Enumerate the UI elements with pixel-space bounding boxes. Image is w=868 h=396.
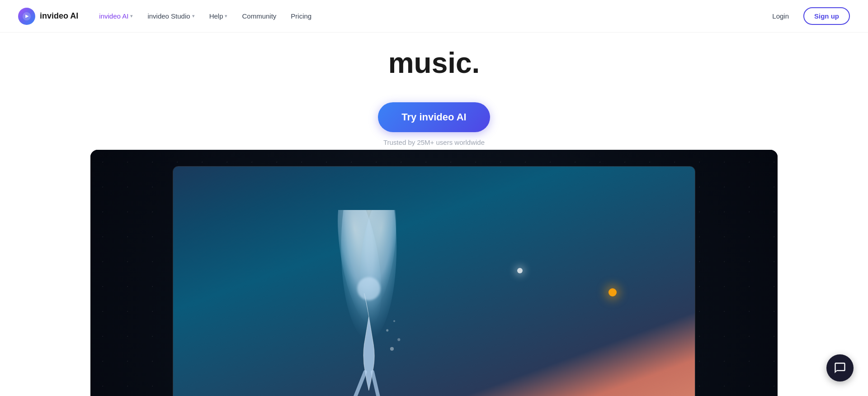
- nav-left: invideo AI invideo AI ▾ invideo Studio ▾…: [18, 8, 318, 25]
- video-wrapper[interactable]: [90, 150, 778, 396]
- nav-label-pricing: Pricing: [291, 12, 311, 20]
- chat-button[interactable]: [826, 354, 854, 382]
- nav-item-community[interactable]: Community: [236, 9, 283, 24]
- nav-label-community: Community: [242, 12, 276, 20]
- hero-title-word: music.: [388, 47, 480, 79]
- hero-text: music.: [370, 33, 498, 90]
- chat-icon: [834, 362, 846, 374]
- video-inner-frame: [173, 166, 695, 396]
- login-button[interactable]: Login: [765, 9, 796, 24]
- svg-point-8: [393, 320, 395, 322]
- trust-text: Trusted by 25M+ users worldwide: [383, 138, 485, 146]
- hero-title: music.: [388, 47, 480, 79]
- svg-point-5: [390, 347, 394, 351]
- logo[interactable]: invideo AI: [18, 8, 78, 25]
- nav-item-help[interactable]: Help ▾: [203, 9, 234, 24]
- nav-label-invideo-ai: invideo AI: [99, 12, 128, 20]
- nav-item-invideo-studio[interactable]: invideo Studio ▾: [141, 9, 201, 24]
- nav-links: invideo AI ▾ invideo Studio ▾ Help ▾ Com…: [93, 9, 318, 24]
- logo-text: invideo AI: [40, 11, 78, 21]
- chevron-down-icon: ▾: [192, 13, 195, 19]
- swimmer-figure: [278, 210, 460, 396]
- orb-yellow: [609, 288, 617, 296]
- nav-label-help: Help: [209, 12, 223, 20]
- nav-item-invideo-ai[interactable]: invideo AI ▾: [93, 9, 139, 24]
- orb-white: [517, 268, 523, 273]
- nav-right: Login Sign up: [765, 7, 850, 25]
- hero-section: music. Try invideo AI Trusted by 25M+ us…: [0, 0, 868, 396]
- signup-button[interactable]: Sign up: [803, 7, 850, 25]
- svg-point-6: [397, 338, 400, 341]
- chevron-down-icon: ▾: [225, 13, 227, 19]
- svg-point-4: [357, 277, 380, 300]
- svg-point-7: [386, 329, 388, 331]
- try-invideo-ai-button[interactable]: Try invideo AI: [378, 102, 490, 132]
- chevron-down-icon: ▾: [130, 13, 133, 19]
- hero-cta: Try invideo AI Trusted by 25M+ users wor…: [378, 102, 490, 146]
- underwater-scene: [173, 167, 694, 396]
- video-section: [0, 150, 868, 396]
- nav-label-invideo-studio: invideo Studio: [147, 12, 190, 20]
- navbar: invideo AI invideo AI ▾ invideo Studio ▾…: [0, 0, 868, 33]
- nav-item-pricing[interactable]: Pricing: [284, 9, 318, 24]
- logo-icon: [18, 8, 35, 25]
